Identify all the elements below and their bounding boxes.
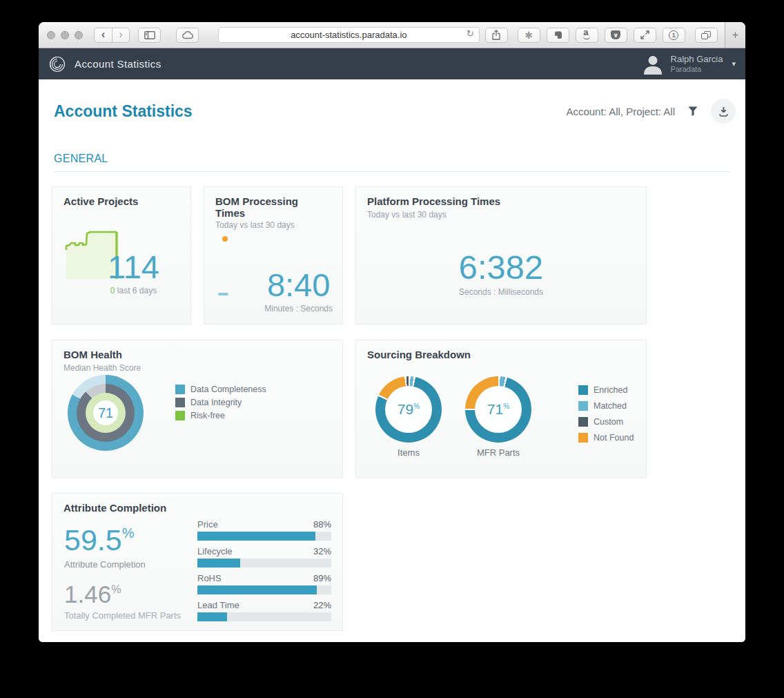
user-org: Paradata: [671, 65, 723, 75]
history-nav: ‹ ›: [94, 28, 130, 43]
legend-label: Data Completeness: [190, 385, 266, 394]
legend-item: Data Completeness: [175, 383, 266, 396]
plus-icon: +: [732, 29, 738, 41]
bom-processing-unit: Minutes : Seconds: [264, 304, 333, 313]
browser-window: ‹ › account-statistics.paradata.io ↻ ✱ a…: [39, 22, 745, 642]
extension-buttons: ✱ a ∨ 1: [518, 28, 685, 43]
app-title: Account Statistics: [75, 58, 161, 70]
sourcing-legend: Enriched Matched Custom Not Found: [578, 384, 634, 444]
legend-item: Not Found: [578, 432, 634, 444]
legend-item: Data Integrity: [175, 396, 266, 409]
evernote-extension-button[interactable]: [547, 28, 569, 43]
bar-track: [197, 532, 331, 541]
evernote-elephant-icon: [553, 30, 562, 39]
items-donut-label: Items: [375, 447, 442, 458]
minimize-window-button[interactable]: [61, 31, 69, 39]
address-bar[interactable]: account-statistics.paradata.io ↻: [218, 27, 480, 43]
items-donut-chart: 79%: [375, 376, 442, 443]
bom-health-donut-chart: 71: [68, 375, 144, 451]
chevron-down-icon: ▾: [732, 59, 736, 68]
primary-label: Attribute Completion: [64, 559, 146, 570]
paradata-logo-icon: [47, 54, 68, 75]
bar-value: 32%: [313, 546, 331, 556]
pinboard-extension-button[interactable]: ✱: [518, 28, 540, 43]
sidebar-button[interactable]: [138, 28, 161, 43]
legend-swatch: [578, 385, 588, 395]
bom-processing-value-block: 8:40 Minutes : Seconds: [264, 269, 333, 313]
card-title: Active Projects: [63, 196, 138, 208]
card-title: Platform Processing Times: [367, 196, 500, 208]
card-title: Sourcing Breakdown: [367, 349, 471, 361]
card-title: BOM Processing Times: [215, 196, 319, 219]
amazon-extension-button[interactable]: a: [576, 28, 598, 43]
bar-row: Lifecycle32%: [197, 546, 331, 568]
mfr-parts-donut-label: MFR Parts: [465, 447, 531, 458]
percent-sign: %: [503, 403, 509, 410]
legend-label: Matched: [594, 401, 627, 411]
bar-row: Lead Time22%: [197, 600, 331, 621]
legend-swatch: [578, 433, 588, 443]
funnel-icon: [688, 106, 698, 116]
bar-track: [197, 559, 331, 568]
filter-button[interactable]: [686, 104, 700, 118]
icloud-tabs-button[interactable]: [176, 28, 199, 43]
cards-grid: Active Projects 114 0 last 6 days BOM Pr…: [52, 186, 647, 631]
general-section-head: GENERAL: [54, 153, 730, 172]
close-window-button[interactable]: [47, 31, 55, 39]
bar-fill: [197, 559, 240, 568]
reload-icon[interactable]: ↻: [467, 28, 474, 39]
platform-processing-value-block: 6:382 Seconds : Milliseconds: [356, 251, 646, 297]
share-button[interactable]: [485, 28, 508, 43]
attribute-completion-card: Attribute Completion 59.5% Attribute Com…: [52, 493, 343, 631]
legend-swatch: [175, 398, 185, 407]
download-button[interactable]: [711, 99, 736, 124]
bom-processing-value: 8:40: [264, 269, 333, 301]
window-controls: [47, 31, 83, 39]
onepassword-extension-button[interactable]: 1: [663, 28, 685, 43]
period-marker-dash: [218, 293, 228, 295]
forward-button[interactable]: ›: [112, 28, 130, 43]
page-content: Account Statistics Account: All, Project…: [39, 79, 745, 642]
platform-processing-card: Platform Processing Times Today vs last …: [355, 186, 647, 324]
bar-fill: [197, 532, 315, 541]
asterisk-icon: ✱: [525, 30, 533, 41]
cards-row-1: Active Projects 114 0 last 6 days BOM Pr…: [52, 186, 647, 324]
user-menu[interactable]: Ralph Garcia Paradata ▾: [641, 52, 736, 76]
pocket-extension-button[interactable]: ∨: [605, 28, 627, 43]
active-projects-value: 114: [108, 251, 159, 283]
delta-label: last 6 days: [115, 286, 157, 295]
percent-sign: %: [122, 525, 135, 541]
platform-processing-value: 6:382: [356, 251, 646, 284]
zoom-window-button[interactable]: [75, 31, 83, 39]
page-title: Account Statistics: [54, 102, 193, 121]
sidebar-icon: [144, 31, 155, 39]
legend-swatch: [578, 417, 588, 427]
download-icon: [718, 106, 729, 117]
new-tab-button[interactable]: +: [725, 22, 745, 48]
legend-label: Data Integrity: [190, 398, 242, 407]
card-subtitle: Median Health Score: [63, 363, 141, 373]
primary-value: 59.5%: [64, 525, 146, 555]
back-button[interactable]: ‹: [94, 28, 112, 43]
fullscreen-extension-button[interactable]: [634, 28, 656, 43]
bar-fill: [197, 585, 317, 594]
secondary-value: 1.46%: [64, 582, 181, 606]
general-section-title: GENERAL: [54, 153, 108, 164]
filter-summary[interactable]: Account: All, Project: All: [566, 106, 675, 117]
bar-label: Price: [197, 519, 218, 530]
user-info: Ralph Garcia Paradata: [671, 54, 723, 75]
forward-icon: ›: [119, 28, 123, 41]
cards-row-3: Attribute Completion 59.5% Attribute Com…: [52, 493, 647, 631]
expand-arrows-icon: [640, 30, 649, 39]
bar-label: Lifecycle: [197, 546, 233, 556]
show-all-tabs-button[interactable]: [695, 28, 718, 43]
sourcing-breakdown-card: Sourcing Breakdown 79% Items 71% MFR Par…: [355, 340, 647, 478]
active-projects-value-block: 114 0 last 6 days: [108, 251, 159, 295]
legend-item: Risk-free: [175, 409, 266, 422]
share-icon: [492, 30, 500, 40]
legend-label: Enriched: [594, 385, 627, 395]
active-projects-card: Active Projects 114 0 last 6 days: [52, 186, 191, 324]
url-text: account-statistics.paradata.io: [291, 30, 406, 40]
items-pct: 79%: [398, 401, 420, 418]
circled-one-icon: 1: [669, 30, 678, 40]
